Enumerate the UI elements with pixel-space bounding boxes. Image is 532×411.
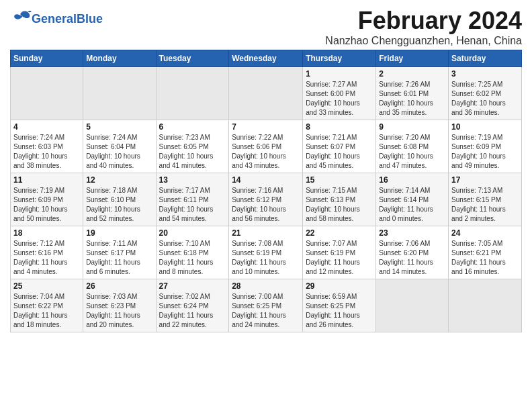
calendar-cell: 8Sunrise: 7:21 AM Sunset: 6:07 PM Daylig… bbox=[303, 120, 376, 173]
calendar-cell: 22Sunrise: 7:07 AM Sunset: 6:19 PM Dayli… bbox=[303, 226, 376, 279]
calendar-cell: 4Sunrise: 7:24 AM Sunset: 6:03 PM Daylig… bbox=[11, 120, 83, 173]
day-number: 2 bbox=[379, 69, 445, 79]
day-number: 16 bbox=[379, 175, 445, 185]
logo-icon bbox=[11, 9, 32, 26]
day-info: Sunrise: 7:13 AM Sunset: 6:15 PM Dayligh… bbox=[451, 186, 519, 224]
day-number: 18 bbox=[13, 228, 80, 238]
calendar-cell: 9Sunrise: 7:20 AM Sunset: 6:08 PM Daylig… bbox=[376, 120, 449, 173]
day-number: 15 bbox=[306, 175, 373, 185]
day-info: Sunrise: 7:25 AM Sunset: 6:02 PM Dayligh… bbox=[451, 80, 519, 118]
day-info: Sunrise: 7:05 AM Sunset: 6:21 PM Dayligh… bbox=[451, 239, 519, 277]
day-number: 10 bbox=[451, 122, 519, 132]
day-info: Sunrise: 6:59 AM Sunset: 6:25 PM Dayligh… bbox=[306, 292, 373, 330]
day-number: 17 bbox=[451, 175, 519, 185]
day-info: Sunrise: 7:27 AM Sunset: 6:00 PM Dayligh… bbox=[306, 80, 373, 118]
calendar-cell: 10Sunrise: 7:19 AM Sunset: 6:09 PM Dayli… bbox=[449, 120, 522, 173]
day-info: Sunrise: 7:24 AM Sunset: 6:04 PM Dayligh… bbox=[86, 133, 152, 171]
day-number: 21 bbox=[232, 228, 300, 238]
day-number: 13 bbox=[159, 175, 226, 185]
page-container: GeneralBlue February 2024 Nanzhao Chengg… bbox=[0, 0, 532, 339]
calendar-cell: 27Sunrise: 7:02 AM Sunset: 6:24 PM Dayli… bbox=[156, 279, 229, 332]
header: GeneralBlue February 2024 Nanzhao Chengg… bbox=[10, 7, 522, 47]
day-info: Sunrise: 7:17 AM Sunset: 6:11 PM Dayligh… bbox=[159, 186, 226, 224]
day-number: 22 bbox=[306, 228, 373, 238]
day-info: Sunrise: 7:00 AM Sunset: 6:25 PM Dayligh… bbox=[232, 292, 300, 330]
day-number: 7 bbox=[232, 122, 300, 132]
day-info: Sunrise: 7:19 AM Sunset: 6:09 PM Dayligh… bbox=[451, 133, 519, 171]
day-number: 20 bbox=[159, 228, 226, 238]
day-info: Sunrise: 7:22 AM Sunset: 6:06 PM Dayligh… bbox=[232, 133, 300, 171]
day-info: Sunrise: 7:03 AM Sunset: 6:23 PM Dayligh… bbox=[86, 292, 152, 330]
day-info: Sunrise: 7:02 AM Sunset: 6:24 PM Dayligh… bbox=[159, 292, 226, 330]
calendar-week-4: 18Sunrise: 7:12 AM Sunset: 6:16 PM Dayli… bbox=[11, 226, 522, 279]
calendar-cell bbox=[11, 67, 83, 120]
day-number: 3 bbox=[451, 69, 519, 79]
title-block: February 2024 Nanzhao Chengguanzhen, Hen… bbox=[325, 7, 522, 47]
calendar-week-3: 11Sunrise: 7:19 AM Sunset: 6:09 PM Dayli… bbox=[11, 173, 522, 226]
day-info: Sunrise: 7:18 AM Sunset: 6:10 PM Dayligh… bbox=[86, 186, 152, 224]
day-number: 5 bbox=[86, 122, 152, 132]
calendar-table: SundayMondayTuesdayWednesdayThursdayFrid… bbox=[10, 50, 522, 332]
day-header-monday: Monday bbox=[83, 50, 156, 67]
day-number: 12 bbox=[86, 175, 152, 185]
day-info: Sunrise: 7:26 AM Sunset: 6:01 PM Dayligh… bbox=[379, 80, 445, 118]
day-number: 29 bbox=[306, 281, 373, 291]
calendar-cell: 26Sunrise: 7:03 AM Sunset: 6:23 PM Dayli… bbox=[83, 279, 156, 332]
day-number: 1 bbox=[306, 69, 373, 79]
calendar-cell: 17Sunrise: 7:13 AM Sunset: 6:15 PM Dayli… bbox=[449, 173, 522, 226]
calendar-cell: 1Sunrise: 7:27 AM Sunset: 6:00 PM Daylig… bbox=[303, 67, 376, 120]
calendar-cell: 28Sunrise: 7:00 AM Sunset: 6:25 PM Dayli… bbox=[229, 279, 303, 332]
day-number: 27 bbox=[159, 281, 226, 291]
day-info: Sunrise: 7:24 AM Sunset: 6:03 PM Dayligh… bbox=[13, 133, 80, 171]
day-info: Sunrise: 7:23 AM Sunset: 6:05 PM Dayligh… bbox=[159, 133, 226, 171]
calendar-cell: 21Sunrise: 7:08 AM Sunset: 6:19 PM Dayli… bbox=[229, 226, 303, 279]
day-info: Sunrise: 7:08 AM Sunset: 6:19 PM Dayligh… bbox=[232, 239, 300, 277]
calendar-cell: 13Sunrise: 7:17 AM Sunset: 6:11 PM Dayli… bbox=[156, 173, 229, 226]
day-number: 8 bbox=[306, 122, 373, 132]
calendar-cell: 7Sunrise: 7:22 AM Sunset: 6:06 PM Daylig… bbox=[229, 120, 303, 173]
day-header-wednesday: Wednesday bbox=[229, 50, 303, 67]
day-info: Sunrise: 7:16 AM Sunset: 6:12 PM Dayligh… bbox=[232, 186, 300, 224]
calendar-cell bbox=[156, 67, 229, 120]
day-info: Sunrise: 7:06 AM Sunset: 6:20 PM Dayligh… bbox=[379, 239, 445, 277]
calendar-cell: 14Sunrise: 7:16 AM Sunset: 6:12 PM Dayli… bbox=[229, 173, 303, 226]
day-header-friday: Friday bbox=[376, 50, 449, 67]
calendar-cell: 24Sunrise: 7:05 AM Sunset: 6:21 PM Dayli… bbox=[449, 226, 522, 279]
calendar-cell bbox=[229, 67, 303, 120]
calendar-cell: 16Sunrise: 7:14 AM Sunset: 6:14 PM Dayli… bbox=[376, 173, 449, 226]
day-number: 4 bbox=[13, 122, 80, 132]
day-number: 25 bbox=[13, 281, 80, 291]
day-info: Sunrise: 7:19 AM Sunset: 6:09 PM Dayligh… bbox=[13, 186, 80, 224]
calendar-cell bbox=[83, 67, 156, 120]
day-info: Sunrise: 7:15 AM Sunset: 6:13 PM Dayligh… bbox=[306, 186, 373, 224]
logo-general: General bbox=[32, 12, 77, 26]
calendar-week-2: 4Sunrise: 7:24 AM Sunset: 6:03 PM Daylig… bbox=[11, 120, 522, 173]
calendar-header-row: SundayMondayTuesdayWednesdayThursdayFrid… bbox=[11, 50, 522, 67]
day-info: Sunrise: 7:07 AM Sunset: 6:19 PM Dayligh… bbox=[306, 239, 373, 277]
day-number: 11 bbox=[13, 175, 80, 185]
day-number: 23 bbox=[379, 228, 445, 238]
calendar-cell: 19Sunrise: 7:11 AM Sunset: 6:17 PM Dayli… bbox=[83, 226, 156, 279]
calendar-cell: 29Sunrise: 6:59 AM Sunset: 6:25 PM Dayli… bbox=[303, 279, 376, 332]
calendar-cell: 11Sunrise: 7:19 AM Sunset: 6:09 PM Dayli… bbox=[11, 173, 83, 226]
calendar-cell: 25Sunrise: 7:04 AM Sunset: 6:22 PM Dayli… bbox=[11, 279, 83, 332]
day-number: 9 bbox=[379, 122, 445, 132]
day-info: Sunrise: 7:10 AM Sunset: 6:18 PM Dayligh… bbox=[159, 239, 226, 277]
day-info: Sunrise: 7:21 AM Sunset: 6:07 PM Dayligh… bbox=[306, 133, 373, 171]
main-title: February 2024 bbox=[325, 7, 522, 35]
day-number: 6 bbox=[159, 122, 226, 132]
calendar-cell: 15Sunrise: 7:15 AM Sunset: 6:13 PM Dayli… bbox=[303, 173, 376, 226]
day-header-sunday: Sunday bbox=[11, 50, 83, 67]
calendar-cell: 2Sunrise: 7:26 AM Sunset: 6:01 PM Daylig… bbox=[376, 67, 449, 120]
day-number: 19 bbox=[86, 228, 152, 238]
day-info: Sunrise: 7:20 AM Sunset: 6:08 PM Dayligh… bbox=[379, 133, 445, 171]
calendar-cell: 23Sunrise: 7:06 AM Sunset: 6:20 PM Dayli… bbox=[376, 226, 449, 279]
day-header-saturday: Saturday bbox=[449, 50, 522, 67]
calendar-week-5: 25Sunrise: 7:04 AM Sunset: 6:22 PM Dayli… bbox=[11, 279, 522, 332]
logo-text: GeneralBlue bbox=[32, 12, 103, 26]
day-info: Sunrise: 7:12 AM Sunset: 6:16 PM Dayligh… bbox=[13, 239, 80, 277]
logo: GeneralBlue bbox=[10, 9, 103, 28]
calendar-cell: 3Sunrise: 7:25 AM Sunset: 6:02 PM Daylig… bbox=[449, 67, 522, 120]
day-number: 26 bbox=[86, 281, 152, 291]
calendar-week-1: 1Sunrise: 7:27 AM Sunset: 6:00 PM Daylig… bbox=[11, 67, 522, 120]
